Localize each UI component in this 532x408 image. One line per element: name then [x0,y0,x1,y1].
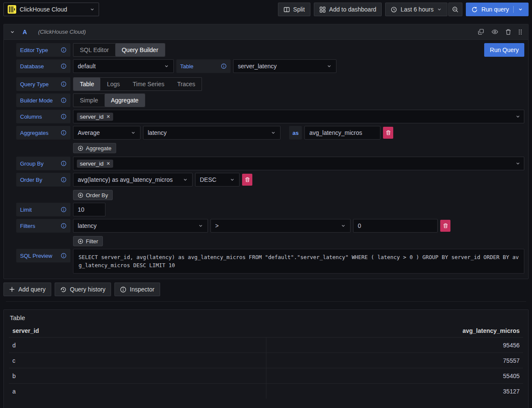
time-range-button[interactable]: Last 6 hours [385,3,447,16]
chevron-down-icon [271,130,276,135]
columns-multiselect[interactable]: server_id × [73,110,524,123]
zoom-out-time-button[interactable] [448,3,462,16]
query-type-option-table[interactable]: Table [73,78,100,90]
add-to-dashboard-button[interactable]: Add to dashboard [314,3,382,16]
cell-avg-latency: 35127 [266,384,523,399]
limit-label: Limit [16,203,70,216]
builder-mode-option-aggregate[interactable]: Aggregate [105,94,145,107]
remove-order-by-button[interactable] [242,174,252,186]
database-table-row: Database default Table server_latency [16,59,524,73]
history-icon [60,286,67,293]
filter-operator-select[interactable]: > [210,219,351,233]
add-order-by-row: Order By [16,190,524,200]
filters-label: Filters [16,219,70,233]
remove-aggregate-button[interactable] [383,127,393,139]
add-order-by-button[interactable]: Order By [73,190,113,200]
results-table: server_id avg_latency_micros d 95456 c 7… [9,327,523,404]
zoom-out-icon [452,6,459,13]
table-header-row: server_id avg_latency_micros [9,327,523,337]
column-header-server-id[interactable]: server_id [9,327,266,334]
query-type-option-traces[interactable]: Traces [171,78,202,90]
aggregate-function-select[interactable]: Average [73,126,140,140]
cell-server-id: b [9,368,266,383]
sql-preview-label: SQL Preview [16,249,70,262]
filters-row: Filters latency > 0 [16,219,524,233]
toolbar-actions: Split Add to dashboard Last 6 hours Run … [278,3,529,16]
info-circle-icon [120,286,126,293]
columns-chip-server-id[interactable]: server_id × [77,113,113,121]
chevron-down-icon [183,177,188,182]
filter-field-select[interactable]: latency [73,219,208,233]
table-select[interactable]: server_latency [233,59,336,73]
column-header-avg-latency-micros[interactable]: avg_latency_micros [266,327,523,334]
add-filter-row: Filter [16,236,524,246]
chevron-down-icon [327,64,332,69]
chip-remove-icon[interactable]: × [107,160,110,166]
query-editor-card: A (ClickHouse Cloud) [3,24,529,279]
drag-handle-icon[interactable] [518,29,522,35]
cell-server-id: d [9,338,266,353]
remove-filter-button[interactable] [440,220,450,232]
info-icon [61,130,67,136]
as-keyword-label: as [289,126,302,140]
query-type-option-time-series[interactable]: Time Series [126,78,171,90]
split-label: Split [293,6,305,13]
aggregate-column-select[interactable]: latency [143,126,281,140]
aggregate-alias-input[interactable]: avg_latency_micros [304,126,380,140]
database-select[interactable]: default [73,59,174,73]
editor-type-label: Editor Type [16,43,70,57]
order-by-field-select[interactable]: avg(latency) as avg_latency_micros [73,173,193,187]
limit-input[interactable]: 10 [73,203,105,216]
plus-icon [9,286,15,292]
trash-icon [245,177,250,182]
editor-run-query-button[interactable]: Run Query [484,43,524,57]
table-row: c 75557 [9,353,523,368]
builder-mode-row: Builder Mode Simple Aggregate [16,93,524,107]
cell-server-id: a [9,384,266,399]
query-editor-header: A (ClickHouse Cloud) [4,24,528,40]
group-by-multiselect[interactable]: server_id × [73,157,524,170]
info-icon [221,63,227,69]
datasource-picker[interactable]: ClickHouse Cloud [3,3,99,16]
table-row: b 55405 [9,368,523,383]
query-type-option-logs[interactable]: Logs [100,78,126,90]
time-range-label: Last 6 hours [400,6,433,13]
sql-preview-text: SELECT server_id, avg(latency) as avg_la… [73,249,524,274]
group-by-chip-server-id[interactable]: server_id × [77,160,113,168]
inspector-button[interactable]: Inspector [114,283,160,296]
split-button[interactable]: Split [278,3,310,16]
add-query-button[interactable]: Add query [3,283,51,296]
info-icon [61,114,67,119]
sql-preview-row: SQL Preview SELECT server_id, avg(latenc… [16,249,524,274]
duplicate-query-icon[interactable] [478,29,484,35]
filter-value-input[interactable]: 0 [353,219,438,233]
query-datasource-hint: (ClickHouse Cloud) [38,29,86,35]
clickhouse-logo-icon [8,5,16,14]
query-history-button[interactable]: Query history [55,283,111,296]
cell-avg-latency: 55405 [266,368,523,383]
collapse-chevron-icon[interactable] [10,29,15,35]
cell-avg-latency: 75557 [266,353,523,368]
time-picker-group: Last 6 hours [385,3,462,16]
editor-type-option-sql-editor[interactable]: SQL Editor [73,44,115,56]
explore-pane: A (ClickHouse Cloud) [3,24,529,302]
chevron-down-icon [515,161,520,166]
add-filter-button[interactable]: Filter [73,236,103,246]
builder-mode-option-simple[interactable]: Simple [73,94,105,107]
chevron-down-icon[interactable] [518,7,523,12]
chevron-down-icon [341,223,346,228]
query-type-radio-group: Table Logs Time Series Traces [73,77,202,91]
order-by-direction-select[interactable]: DESC [195,173,240,187]
pane-divider [6,301,526,302]
trash-icon [443,223,448,228]
info-icon [61,97,67,103]
delete-query-trash-icon[interactable] [506,29,511,35]
chip-remove-icon[interactable]: × [107,114,110,119]
add-aggregate-button[interactable]: Aggregate [73,143,116,153]
table-row: d 95456 [9,337,523,353]
editor-type-option-query-builder[interactable]: Query Builder [115,44,165,56]
toggle-visibility-eye-icon[interactable] [491,29,498,35]
run-query-button[interactable]: Run query [466,3,529,16]
order-by-row: Order By avg(latency) as avg_latency_mic… [16,173,524,187]
query-editor-body: Editor Type SQL Editor Query Builder Run… [4,40,528,279]
